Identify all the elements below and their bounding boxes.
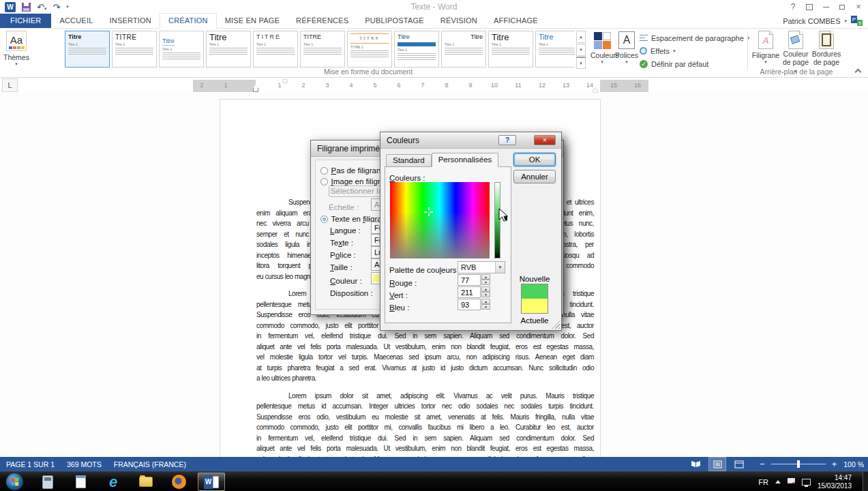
style-set-2[interactable]: TITRETitre 1	[112, 31, 157, 68]
customize-qat-icon[interactable]: ▾	[66, 4, 69, 10]
green-label: Vert :	[389, 291, 408, 299]
style-set-subtitle: Titre 1	[303, 42, 342, 46]
style-set-11[interactable]: TitreTitre 1	[535, 31, 575, 68]
taskbar-file-explorer-icon[interactable]	[132, 473, 160, 491]
zoom-slider[interactable]	[771, 464, 826, 464]
text-line: vel molestie ligula tortor vel turpis. M…	[256, 352, 594, 363]
colors-button[interactable]: Couleurs ▾	[590, 31, 614, 64]
gallery-more-icon[interactable]: ▾	[576, 57, 586, 69]
style-set-title: Titre	[68, 33, 106, 41]
group-label-document-formatting: Mise en forme du document	[225, 68, 511, 76]
tab-custom[interactable]: Personnalisées	[432, 153, 499, 167]
gallery-scroll-up-icon[interactable]: ▴	[576, 31, 586, 43]
page-indicator[interactable]: PAGE 1 SUR 1	[0, 460, 61, 468]
left-indent-marker[interactable]	[253, 87, 258, 92]
minimize-button[interactable]	[818, 0, 834, 14]
green-input[interactable]: 211	[458, 286, 481, 298]
right-indent-marker[interactable]	[593, 88, 598, 92]
taskbar-internet-explorer-icon[interactable]: e	[100, 473, 127, 491]
account-area[interactable]: Patrick COMBES ▾ Ps	[783, 16, 863, 26]
dialog-help-icon[interactable]: ?	[498, 135, 516, 145]
restore-button[interactable]	[834, 0, 850, 14]
ribbon-tab-publipostage[interactable]: PUBLIPOSTAGE	[357, 14, 432, 28]
layout-label: Disposition :	[330, 286, 373, 299]
ribbon-tab-affichage[interactable]: AFFICHAGE	[485, 14, 546, 28]
style-set-4[interactable]: TitreTitre 1	[206, 31, 251, 68]
ribbon-tab-fichier[interactable]: FICHIER	[0, 14, 51, 28]
redo-icon[interactable]: ↷	[53, 3, 60, 12]
dialog-resize-grip[interactable]	[552, 321, 560, 329]
set-as-default-button[interactable]: ✓ Définir par défaut	[640, 57, 749, 70]
web-layout-icon[interactable]	[731, 458, 747, 471]
network-icon[interactable]	[802, 479, 811, 486]
watermark-button[interactable]: A Filigrane ▾	[751, 31, 780, 64]
cancel-button[interactable]: Annuler	[513, 170, 556, 183]
style-set-1[interactable]: TitreTitre 1	[65, 31, 110, 68]
ribbon-tab-r-f-rences[interactable]: RÉFÉRENCES	[288, 14, 357, 28]
fonts-button[interactable]: A Polices ▾	[615, 31, 638, 64]
color-gradient-picker[interactable]	[390, 182, 490, 258]
zoom-slider-thumb[interactable]	[797, 460, 800, 468]
page-borders-button[interactable]: Bordures de page	[811, 31, 841, 66]
ribbon-tab-accueil[interactable]: ACCUEIL	[51, 14, 101, 28]
read-mode-icon[interactable]	[687, 458, 704, 471]
taskbar-calculator-icon[interactable]	[34, 473, 61, 491]
themes-button[interactable]: Aa Thèmes ▾	[3, 31, 30, 73]
ribbon-display-options-button[interactable]: ↑	[801, 0, 818, 14]
save-icon[interactable]	[22, 3, 31, 12]
palette-combo[interactable]: RVB▼	[458, 261, 505, 273]
word-logo-icon: W	[5, 2, 16, 12]
style-set-7[interactable]: TITRETITRE 1	[347, 31, 392, 68]
tray-expand-icon[interactable]	[775, 480, 781, 483]
green-spinner[interactable]: ▲▼	[481, 286, 490, 298]
red-input[interactable]: 77	[458, 274, 481, 286]
taskbar-firefox-icon[interactable]	[165, 473, 192, 491]
language-indicator[interactable]: FRANÇAIS (FRANCE)	[108, 460, 192, 468]
text-line: pellentesque metus id accumsan. Integer …	[256, 401, 594, 412]
style-set-10[interactable]: TitreTitre 1	[488, 31, 533, 68]
taskbar-word-icon[interactable]: W	[198, 473, 225, 491]
account-icon[interactable]: Ps	[851, 16, 863, 26]
start-button[interactable]	[6, 473, 23, 490]
colors-dialog-titlebar[interactable]: Couleurs ? ×	[380, 132, 561, 149]
tab-standard[interactable]: Standard	[386, 154, 432, 167]
red-spinner[interactable]: ▲▼	[481, 274, 490, 286]
horizontal-ruler[interactable]: 2112345678910111213141516	[193, 80, 648, 92]
first-line-indent-marker[interactable]	[282, 80, 288, 84]
style-set-3[interactable]: TitreTitre 1	[159, 31, 204, 68]
undo-icon[interactable]: ↶▾	[37, 3, 46, 12]
blue-input[interactable]: 93	[458, 299, 481, 310]
zoom-level[interactable]: 100 %	[843, 460, 864, 468]
style-set-subtitle: Titre 1	[539, 42, 575, 46]
collapse-ribbon-icon[interactable]	[854, 68, 862, 75]
tab-selector[interactable]: L	[2, 78, 18, 92]
style-set-8[interactable]: TitreTitre 1	[394, 31, 439, 68]
help-button[interactable]: ?	[785, 0, 801, 14]
tray-language[interactable]: FR	[758, 478, 768, 486]
close-button[interactable]: ×	[850, 0, 867, 14]
style-set-6[interactable]: TITRETitre 1	[300, 31, 345, 68]
action-center-icon[interactable]	[788, 478, 795, 486]
style-set-5[interactable]: TITRETitre 1	[253, 31, 298, 68]
show-desktop-button[interactable]	[863, 472, 868, 491]
ribbon-tab-mise-en-page[interactable]: MISE EN PAGE	[217, 14, 288, 28]
paragraph-spacing-button[interactable]: Espacement de paragraphe▾	[640, 31, 749, 44]
effects-button[interactable]: Effets▾	[640, 44, 749, 57]
zoom-in-icon[interactable]: +	[832, 460, 837, 468]
new-color-label: Nouvelle	[513, 275, 556, 283]
style-set-9[interactable]: TitreTitre 1	[441, 31, 486, 68]
tray-clock[interactable]: 14:47 15/03/2013	[818, 474, 854, 490]
style-set-subtitle: Titre 1	[398, 48, 436, 52]
ribbon-tab-r-vision[interactable]: RÉVISION	[432, 14, 485, 28]
dialog-close-icon[interactable]: ×	[534, 135, 556, 145]
ribbon-tab-insertion[interactable]: INSERTION	[102, 14, 160, 28]
print-layout-icon[interactable]	[709, 458, 725, 471]
ribbon-tab-cr-ation[interactable]: CRÉATION	[160, 13, 217, 29]
taskbar-notepad-icon[interactable]	[67, 473, 94, 491]
watermark-field-label: Police :	[330, 251, 356, 259]
gallery-scroll-down-icon[interactable]: ▾	[576, 44, 586, 56]
ok-button[interactable]: OK	[513, 153, 556, 166]
zoom-out-icon[interactable]: −	[760, 460, 765, 468]
blue-spinner[interactable]: ▲▼	[481, 299, 490, 310]
word-count[interactable]: 369 MOTS	[61, 460, 108, 468]
